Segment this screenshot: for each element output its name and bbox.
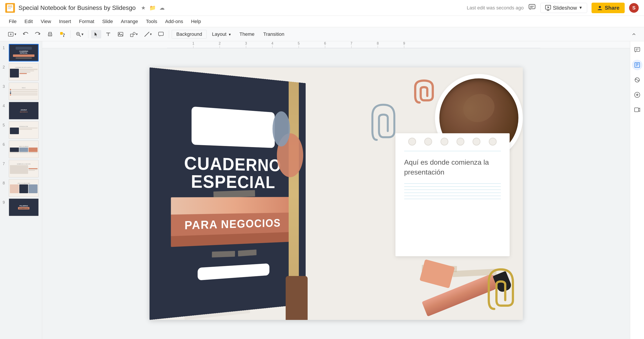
menu-edit[interactable]: Edit: [21, 17, 36, 26]
layout-button[interactable]: Layout ▾: [208, 30, 234, 38]
transition-button[interactable]: Transition: [260, 30, 288, 38]
ruler-top: 1 2 3 4 5 6 7 8 9: [42, 41, 630, 48]
slide-thumbnail-9[interactable]: 9 PALABRAS ASOMBROSAS: [0, 198, 42, 217]
slide-thumb-9[interactable]: PALABRAS ASOMBROSAS: [9, 198, 39, 216]
menu-addons[interactable]: Add-ons: [162, 17, 187, 26]
text-tool[interactable]: [103, 30, 114, 39]
image-tool[interactable]: [115, 30, 126, 39]
title-icons: ★ 📁 ☁: [141, 5, 165, 11]
star-icon[interactable]: ★: [141, 5, 146, 11]
notepad[interactable]: Aquí es donde comienza la presentación: [396, 133, 510, 256]
canvas-area: 1 2 3 4 5 6 7 8 9: [42, 41, 630, 339]
svg-line-20: [79, 35, 80, 36]
add-slide-button[interactable]: ▾: [5, 30, 18, 39]
slide-number-5: 5: [3, 121, 7, 128]
right-sidebar: [630, 41, 644, 339]
notepad-hole-1: [408, 138, 416, 146]
select-tool[interactable]: [91, 30, 101, 38]
slide-thumb-8[interactable]: ¡TRES COLUMNAS MÁS!: [9, 179, 39, 197]
sidebar-comments-button[interactable]: [632, 45, 642, 55]
slide-thumb-3[interactable]: ÍNDICE: [9, 82, 39, 100]
cloud-icon[interactable]: ☁: [160, 5, 165, 11]
svg-text:4: 4: [272, 42, 273, 45]
slide-number-7: 7: [3, 160, 7, 166]
svg-rect-61: [634, 108, 638, 112]
svg-rect-25: [118, 32, 123, 36]
menu-tools[interactable]: Tools: [142, 17, 161, 26]
menu-slide[interactable]: Slide: [98, 17, 116, 26]
menu-insert[interactable]: Insert: [56, 17, 75, 26]
svg-rect-1: [7, 4, 13, 12]
notebook-cover[interactable]: CUADERNO ESPECIAL PARA NEGOCIOS: [150, 68, 306, 320]
slide-thumbnail-1[interactable]: 1 CUADERNOESPECIAL: [0, 43, 42, 62]
slide-thumb-7[interactable]: NOMBRE DE LA SECCIÓN: [9, 160, 39, 178]
slide-thumb-6[interactable]: TRES COLUMNAS: [9, 140, 39, 158]
slide-thumb-1[interactable]: CUADERNOESPECIAL: [9, 44, 39, 62]
zoom-button[interactable]: ▾: [73, 30, 86, 39]
undo-button[interactable]: [20, 30, 31, 39]
svg-line-29: [145, 32, 149, 36]
eraser: [420, 259, 455, 288]
slide-thumb-4[interactable]: ¡GUAU! SECCIÓN 01: [9, 102, 39, 120]
sidebar-edit-button[interactable]: [632, 60, 642, 70]
slideshow-dropdown-icon[interactable]: ▼: [578, 6, 582, 10]
menu-bar: File Edit View Insert Format Slide Arran…: [0, 16, 644, 27]
tape-piece-2: [212, 251, 235, 258]
svg-text:2: 2: [219, 42, 221, 45]
svg-text:1: 1: [192, 42, 194, 45]
menu-format[interactable]: Format: [76, 17, 98, 26]
user-avatar[interactable]: S: [629, 3, 639, 13]
folder-icon[interactable]: 📁: [149, 5, 156, 11]
slide-thumbnail-5[interactable]: 5 INTRODUCCIÓN: [0, 120, 42, 140]
dropdown-arrow[interactable]: ▾: [14, 32, 16, 36]
slide-thumbnail-4[interactable]: 4 ¡GUAU! SECCIÓN 01: [0, 101, 42, 120]
notepad-text[interactable]: Aquí es donde comienza la presentación: [404, 154, 501, 181]
slide-thumbnail-8[interactable]: 8 ¡TRES COLUMNAS MÁS!: [0, 178, 42, 198]
menu-view[interactable]: View: [37, 17, 54, 26]
svg-text:5: 5: [298, 42, 300, 45]
sidebar-video-button[interactable]: [632, 104, 642, 115]
slide-thumb-5[interactable]: INTRODUCCIÓN: [9, 121, 39, 139]
slide-canvas[interactable]: CUADERNO ESPECIAL PARA NEGOCIOS: [150, 68, 523, 320]
comments-button[interactable]: [528, 3, 536, 12]
svg-rect-6: [530, 6, 534, 6]
slideshow-button[interactable]: Slideshow ▼: [540, 3, 587, 13]
title-bar: Special Notebook for Business by Slidesg…: [0, 0, 644, 16]
svg-text:9: 9: [403, 42, 405, 45]
notepad-line-2: [404, 183, 501, 184]
svg-rect-27: [130, 34, 133, 37]
menu-help[interactable]: Help: [188, 17, 204, 26]
svg-rect-2: [8, 6, 12, 6]
share-label: Share: [605, 5, 620, 11]
paperclip-gold-bottom: [488, 267, 514, 311]
redo-button[interactable]: [32, 30, 43, 39]
collapse-toolbar-button[interactable]: [629, 30, 639, 38]
slide-thumb-2[interactable]: CONTENIDO DE ESTA PLANTILLA: [9, 63, 39, 81]
notepad-hole-3: [440, 138, 448, 146]
sidebar-theme-button[interactable]: [632, 75, 642, 85]
comment-tool[interactable]: [156, 30, 166, 39]
theme-button[interactable]: Theme: [236, 30, 258, 38]
menu-file[interactable]: File: [5, 17, 20, 26]
slide-thumbnail-7[interactable]: 7 NOMBRE DE LA SECCIÓN: [0, 159, 42, 178]
document-title[interactable]: Special Notebook for Business by Slidesg…: [18, 4, 136, 12]
subtitle-container: PARA NEGOCIOS: [171, 197, 292, 247]
slides-panel: 1 CUADERNOESPECIAL 2 CONTENIDO DE ESTA P…: [0, 41, 42, 339]
sidebar-add-button[interactable]: [632, 90, 642, 100]
paint-format-button[interactable]: [57, 30, 68, 39]
shapes-tool[interactable]: ▾: [128, 30, 140, 39]
share-button[interactable]: Share: [592, 3, 625, 13]
print-button[interactable]: [45, 30, 55, 39]
slide-thumbnail-2[interactable]: 2 CONTENIDO DE ESTA PLANTILLA: [0, 62, 42, 82]
slide-number-1: 1: [3, 44, 7, 50]
slide-thumbnail-3[interactable]: 3 ÍNDICE: [0, 82, 42, 101]
last-edit-status: Last edit was seconds ago: [467, 5, 524, 11]
menu-arrange[interactable]: Arrange: [117, 17, 142, 26]
slide-thumbnail-6[interactable]: 6 TRES COLUMNAS: [0, 140, 42, 159]
line-tool[interactable]: ▾: [142, 30, 154, 39]
background-button[interactable]: Background: [172, 30, 206, 39]
svg-rect-17: [60, 32, 63, 35]
slide-canvas-container: CUADERNO ESPECIAL PARA NEGOCIOS: [42, 48, 630, 339]
notepad-hole-4: [456, 138, 464, 146]
separator-3: [169, 30, 169, 38]
